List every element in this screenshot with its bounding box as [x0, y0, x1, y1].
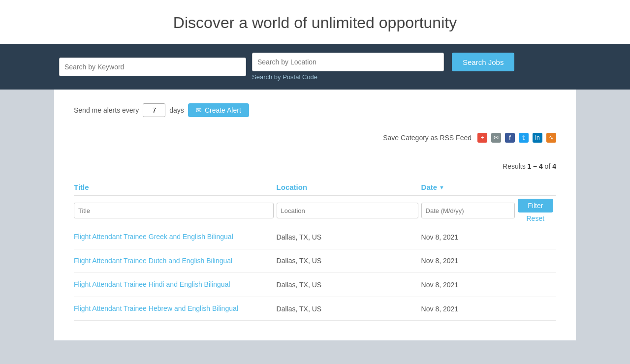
results-range: 1 – 4	[528, 162, 543, 170]
job-title-link[interactable]: Flight Attendant Trainee Dutch and Engli…	[74, 257, 232, 265]
job-date: Nov 8, 2021	[421, 297, 518, 321]
date-sort-arrow: ▼	[439, 184, 444, 190]
search-location-wrap: Search by Postal Code	[252, 53, 444, 81]
rss-feed-icon[interactable]: ∿	[546, 133, 556, 143]
search-jobs-button[interactable]: Search Jobs	[452, 53, 514, 71]
job-title-link[interactable]: Flight Attendant Trainee Greek and Engli…	[74, 233, 233, 241]
table-row: Flight Attendant Trainee Hebrew and Engl…	[74, 297, 556, 321]
job-action-cell	[518, 297, 556, 321]
search-keyword-input[interactable]	[59, 58, 246, 76]
job-date: Nov 8, 2021	[421, 249, 518, 273]
search-location-input[interactable]	[252, 53, 444, 71]
main-content: Send me alerts every days ✉ Create Alert…	[54, 90, 576, 340]
rss-email-icon[interactable]: ✉	[491, 133, 501, 143]
results-prefix: Results	[503, 162, 528, 170]
alert-days-input[interactable]	[143, 103, 165, 117]
table-row: Flight Attendant Trainee Greek and Engli…	[74, 225, 556, 249]
rss-label: Save Category as RSS Feed	[383, 134, 472, 142]
job-location: Dallas, TX, US	[277, 225, 421, 249]
column-header-date[interactable]: Date ▼	[421, 179, 518, 196]
job-title-link[interactable]: Flight Attendant Trainee Hebrew and Engl…	[74, 304, 238, 312]
rss-row: Save Category as RSS Feed + ✉ f 𝕥 in ∿	[74, 133, 556, 151]
table-filter-row: Filter Reset	[74, 196, 556, 226]
column-header-title[interactable]: Title	[74, 179, 277, 196]
filter-button[interactable]: Filter	[518, 199, 553, 212]
rss-facebook-icon[interactable]: f	[505, 133, 515, 143]
results-count-row: Results 1 – 4 of 4	[74, 162, 556, 170]
job-date: Nov 8, 2021	[421, 273, 518, 297]
job-location: Dallas, TX, US	[277, 273, 421, 297]
hero-title: Discover a world of unlimited opportunit…	[10, 14, 620, 32]
search-bar: Search by Postal Code Search Jobs	[0, 44, 630, 90]
column-header-action	[518, 179, 556, 196]
job-location: Dallas, TX, US	[277, 249, 421, 273]
job-action-cell	[518, 225, 556, 249]
job-action-cell	[518, 273, 556, 297]
column-header-location[interactable]: Location	[277, 179, 421, 196]
alert-row: Send me alerts every days ✉ Create Alert	[74, 101, 556, 117]
results-total: 4	[552, 162, 556, 170]
filter-date-input[interactable]	[421, 203, 515, 218]
job-date: Nov 8, 2021	[421, 225, 518, 249]
rss-plus-icon[interactable]: +	[477, 133, 487, 143]
rss-twitter-icon[interactable]: 𝕥	[519, 133, 529, 143]
rss-linkedin-icon[interactable]: in	[533, 133, 542, 143]
alert-days-label: days	[169, 106, 184, 114]
search-postal-code-link[interactable]: Search by Postal Code	[252, 73, 444, 81]
jobs-table-body: Flight Attendant Trainee Greek and Engli…	[74, 225, 556, 321]
envelope-icon: ✉	[196, 106, 202, 114]
hero-section: Discover a world of unlimited opportunit…	[0, 0, 630, 44]
results-of: of	[543, 162, 552, 170]
job-action-cell	[518, 249, 556, 273]
filter-location-input[interactable]	[277, 203, 418, 218]
table-row: Flight Attendant Trainee Hindi and Engli…	[74, 273, 556, 297]
alert-prefix-label: Send me alerts every	[74, 106, 139, 114]
filter-title-input[interactable]	[74, 203, 274, 218]
job-location: Dallas, TX, US	[277, 297, 421, 321]
job-title-link[interactable]: Flight Attendant Trainee Hindi and Engli…	[74, 280, 230, 288]
reset-link[interactable]: Reset	[518, 214, 553, 222]
create-alert-button[interactable]: ✉ Create Alert	[188, 103, 249, 117]
jobs-table: Title Location Date ▼	[74, 179, 556, 321]
table-row: Flight Attendant Trainee Dutch and Engli…	[74, 249, 556, 273]
table-header-row: Title Location Date ▼	[74, 179, 556, 196]
